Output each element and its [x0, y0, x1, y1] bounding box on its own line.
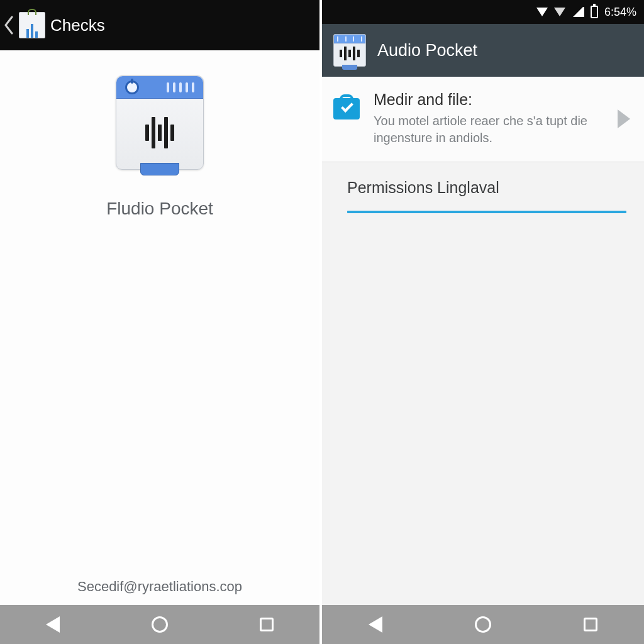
nav-back-button[interactable] — [46, 616, 60, 633]
battery-icon — [591, 6, 598, 18]
chevron-left-icon — [3, 16, 14, 35]
appbar: Checks — [0, 0, 319, 50]
nav-home-button[interactable] — [475, 616, 491, 633]
nav-recent-button[interactable] — [584, 618, 597, 631]
content: Medir and file: You motel artiole reaer … — [322, 77, 644, 644]
android-navbar — [0, 605, 319, 644]
card-description: You motel artiole reaer che s'a tupt die… — [374, 113, 601, 147]
content: Fludio Pocket — [0, 50, 319, 644]
android-navbar — [322, 605, 644, 644]
appbar-app-icon — [333, 34, 366, 67]
nav-home-button[interactable] — [152, 616, 168, 633]
svg-marker-0 — [618, 109, 630, 128]
signal-icon — [572, 7, 584, 17]
card-text: Medir and file: You motel artiole reaer … — [374, 91, 601, 147]
nav-back-button[interactable] — [369, 616, 382, 633]
appbar-app-icon — [19, 12, 45, 38]
section-underline — [347, 211, 626, 213]
appbar-title: Checks — [50, 16, 105, 35]
appbar-title: Audio Pocket — [377, 41, 477, 60]
wifi-icon-2 — [554, 8, 565, 16]
appbar: Audio Pocket — [322, 24, 644, 77]
screen-audio-pocket: 6:54% Audio Pocket Medir and file: You m… — [322, 0, 644, 644]
permission-card-media-files[interactable]: Medir and file: You motel artiole reaer … — [322, 77, 644, 162]
app-name-label: Fludio Pocket — [106, 199, 213, 219]
chevron-right-icon — [615, 108, 633, 130]
section-permissions: Permissions Linglaval — [322, 162, 644, 213]
app-hero-icon — [116, 75, 204, 170]
status-bar: 6:54% — [322, 0, 644, 24]
footer-contact: Secedif@ryraetliations.cop — [0, 579, 319, 595]
wifi-icon — [536, 8, 548, 16]
status-time: 6:54% — [604, 6, 636, 19]
nav-recent-button[interactable] — [260, 618, 274, 631]
back-button[interactable] — [0, 0, 18, 50]
section-title: Permissions Linglaval — [347, 179, 626, 197]
checked-bag-icon — [333, 94, 360, 119]
screen-checks: Checks Fludio Pocket Secedif@ryraetliati… — [0, 0, 322, 644]
card-title: Medir and file: — [374, 91, 601, 109]
